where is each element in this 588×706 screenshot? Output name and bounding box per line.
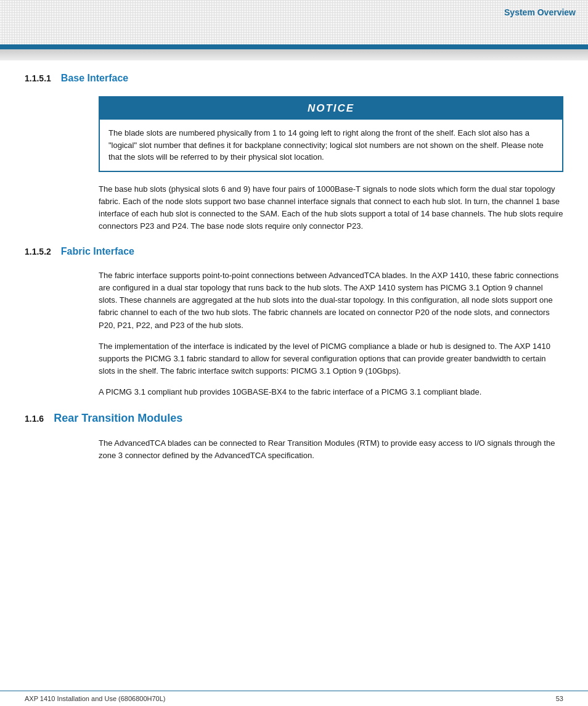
section-1151-heading: 1.1.5.1 Base Interface bbox=[25, 73, 563, 84]
section-1152-number: 1.1.5.2 bbox=[25, 247, 51, 257]
notice-box: NOTICE The blade slots are numbered phys… bbox=[99, 96, 563, 172]
section-1152-para3: A PICMG 3.1 compliant hub provides 10GBA… bbox=[99, 386, 563, 398]
section-1151-number: 1.1.5.1 bbox=[25, 73, 51, 83]
footer: AXP 1410 Installation and Use (6806800H7… bbox=[0, 691, 588, 706]
section-116: 1.1.6 Rear Transition Modules The Advanc… bbox=[25, 412, 563, 462]
header-title-bar: System Overview bbox=[504, 7, 576, 17]
section-1152-heading: 1.1.5.2 Fabric Interface bbox=[25, 246, 563, 257]
section-1152-para1: The fabric interface supports point-to-p… bbox=[99, 269, 563, 332]
section-116-title: Rear Transition Modules bbox=[54, 412, 182, 425]
section-1152-title: Fabric Interface bbox=[61, 246, 134, 257]
gray-bar bbox=[0, 49, 588, 60]
notice-text: The blade slots are numbered physically … bbox=[108, 128, 544, 162]
notice-label: NOTICE bbox=[308, 102, 354, 114]
header-pattern: System Overview bbox=[0, 0, 588, 44]
notice-body: The blade slots are numbered physically … bbox=[100, 120, 562, 171]
footer-right: 53 bbox=[556, 695, 563, 702]
footer-left: AXP 1410 Installation and Use (6806800H7… bbox=[25, 695, 166, 702]
section-116-number: 1.1.6 bbox=[25, 414, 44, 424]
section-1151: 1.1.5.1 Base Interface NOTICE The blade … bbox=[25, 73, 563, 232]
blue-bar bbox=[0, 44, 588, 49]
section-116-content: The AdvancedTCA blades can be connected … bbox=[99, 437, 563, 462]
notice-header: NOTICE bbox=[100, 97, 562, 120]
section-116-heading: 1.1.6 Rear Transition Modules bbox=[25, 412, 563, 425]
main-content: 1.1.5.1 Base Interface NOTICE The blade … bbox=[0, 60, 588, 495]
section-1152-content: The fabric interface supports point-to-p… bbox=[99, 269, 563, 398]
section-1152: 1.1.5.2 Fabric Interface The fabric inte… bbox=[25, 246, 563, 398]
section-1151-para: The base hub slots (physical slots 6 and… bbox=[99, 183, 563, 233]
header-title: System Overview bbox=[504, 7, 576, 17]
section-116-para: The AdvancedTCA blades can be connected … bbox=[99, 437, 563, 462]
section-1152-para2: The implementation of the interface is i… bbox=[99, 340, 563, 377]
section-1151-content: NOTICE The blade slots are numbered phys… bbox=[99, 96, 563, 232]
section-1151-title: Base Interface bbox=[61, 73, 128, 84]
